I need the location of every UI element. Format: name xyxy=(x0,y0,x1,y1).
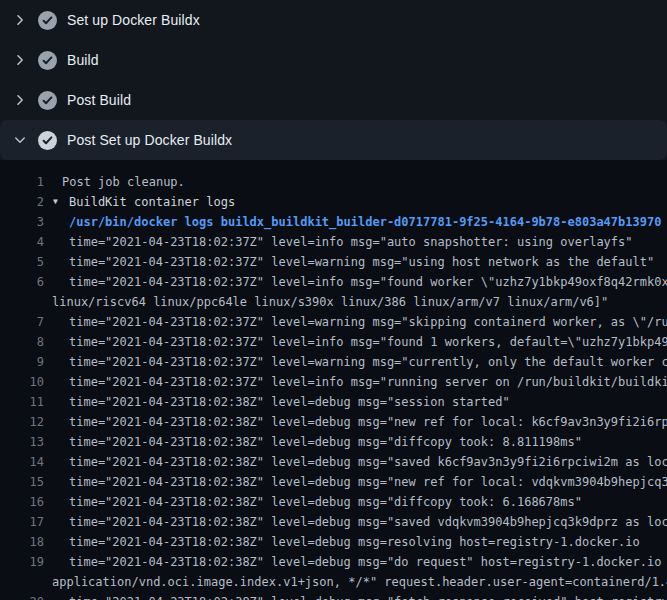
log-line: 13time="2021-04-23T18:02:38Z" level=debu… xyxy=(0,432,667,452)
log-line-text: time="2021-04-23T18:02:38Z" level=debug … xyxy=(69,532,640,552)
success-check-icon xyxy=(38,11,57,30)
log-line-text: time="2021-04-23T18:02:38Z" level=debug … xyxy=(69,472,667,492)
success-check-icon xyxy=(38,131,57,150)
log-line: 1Post job cleanup. xyxy=(0,172,667,192)
log-line: 14time="2021-04-23T18:02:38Z" level=debu… xyxy=(0,452,667,472)
log-line: 12time="2021-04-23T18:02:38Z" level=debu… xyxy=(0,412,667,432)
line-number[interactable]: 11 xyxy=(0,392,44,412)
line-number[interactable]: 17 xyxy=(0,512,44,532)
line-number[interactable]: 13 xyxy=(0,432,44,452)
log-line-text: application/vnd.oci.image.index.v1+json,… xyxy=(52,572,667,592)
log-line-text: BuildKit container logs xyxy=(69,192,235,212)
chevron-right-icon[interactable] xyxy=(12,12,28,28)
log-line-text: time="2021-04-23T18:02:37Z" level=info m… xyxy=(69,372,667,392)
line-number[interactable]: 19 xyxy=(0,552,44,572)
workflow-log-viewer: Set up Docker BuildxBuildPost BuildPost … xyxy=(0,0,667,600)
log-line: 15time="2021-04-23T18:02:38Z" level=debu… xyxy=(0,472,667,492)
chevron-right-icon[interactable] xyxy=(12,92,28,108)
line-number[interactable]: 2 xyxy=(0,192,44,212)
line-number[interactable]: 6 xyxy=(0,272,44,292)
line-number[interactable]: 8 xyxy=(0,332,44,352)
log-line: 4time="2021-04-23T18:02:37Z" level=info … xyxy=(0,232,667,252)
line-number[interactable]: 7 xyxy=(0,312,44,332)
log-line: 18time="2021-04-23T18:02:38Z" level=debu… xyxy=(0,532,667,552)
log-line-text: Post job cleanup. xyxy=(62,172,185,192)
log-line-text: time="2021-04-23T18:02:37Z" level=warnin… xyxy=(69,252,654,272)
log-wrapped-line: linux/riscv64 linux/ppc64le linux/s390x … xyxy=(0,292,667,312)
log-wrapped-line: application/vnd.oci.image.index.v1+json,… xyxy=(0,572,667,592)
step-label: Post Build xyxy=(67,92,131,108)
success-check-icon xyxy=(38,91,57,110)
line-number[interactable]: 15 xyxy=(0,472,44,492)
line-number[interactable]: 1 xyxy=(0,172,44,192)
log-line: 6time="2021-04-23T18:02:37Z" level=info … xyxy=(0,272,667,292)
log-command-line: 3/usr/bin/docker logs buildx_buildkit_bu… xyxy=(0,212,667,232)
chevron-down-icon[interactable] xyxy=(12,132,28,148)
log-console: 1Post job cleanup.2▼BuildKit container l… xyxy=(0,160,667,600)
line-number[interactable]: 5 xyxy=(0,252,44,272)
log-line-text: time="2021-04-23T18:02:37Z" level=info m… xyxy=(69,332,667,352)
log-group-header[interactable]: 2▼BuildKit container logs xyxy=(0,192,667,212)
step-header-post-build[interactable]: Post Build xyxy=(0,80,667,120)
log-line-text: time="2021-04-23T18:02:37Z" level=info m… xyxy=(69,272,667,292)
log-line-text: time="2021-04-23T18:02:37Z" level=warnin… xyxy=(69,352,667,372)
log-line-text: time="2021-04-23T18:02:38Z" level=debug … xyxy=(69,552,667,572)
log-line: 11time="2021-04-23T18:02:38Z" level=debu… xyxy=(0,392,667,412)
step-header-build[interactable]: Build xyxy=(0,40,667,80)
line-number[interactable]: 16 xyxy=(0,492,44,512)
line-number[interactable]: 4 xyxy=(0,232,44,252)
log-line: 17time="2021-04-23T18:02:38Z" level=debu… xyxy=(0,512,667,532)
log-line-text: time="2021-04-23T18:02:37Z" level=info m… xyxy=(69,232,633,252)
log-line: 9time="2021-04-23T18:02:37Z" level=warni… xyxy=(0,352,667,372)
step-label: Post Set up Docker Buildx xyxy=(67,132,232,148)
line-number xyxy=(0,572,44,592)
steps-list: Set up Docker BuildxBuildPost BuildPost … xyxy=(0,0,667,160)
log-line-text: time="2021-04-23T18:02:38Z" level=debug … xyxy=(69,512,667,532)
log-line-text: time="2021-04-23T18:02:37Z" level=warnin… xyxy=(69,312,667,332)
log-line-text: time="2021-04-23T18:02:38Z" level=debug … xyxy=(69,452,667,472)
line-number[interactable]: 9 xyxy=(0,352,44,372)
line-number[interactable]: 20 xyxy=(0,592,44,600)
log-line: 7time="2021-04-23T18:02:37Z" level=warni… xyxy=(0,312,667,332)
step-label: Build xyxy=(67,52,99,68)
log-line-text: time="2021-04-23T18:02:38Z" level=debug … xyxy=(69,412,667,432)
success-check-icon xyxy=(38,51,57,70)
line-number xyxy=(0,292,44,312)
step-header-post-set-up-docker-buildx[interactable]: Post Set up Docker Buildx xyxy=(0,120,667,160)
log-line: 10time="2021-04-23T18:02:37Z" level=info… xyxy=(0,372,667,392)
log-line-text: time="2021-04-23T18:02:38Z" level=debug … xyxy=(69,432,582,452)
step-header-set-up-docker-buildx[interactable]: Set up Docker Buildx xyxy=(0,0,667,40)
line-number[interactable]: 12 xyxy=(0,412,44,432)
log-line: 5time="2021-04-23T18:02:37Z" level=warni… xyxy=(0,252,667,272)
log-line-text: linux/riscv64 linux/ppc64le linux/s390x … xyxy=(52,292,608,312)
log-line: 19time="2021-04-23T18:02:38Z" level=debu… xyxy=(0,552,667,572)
log-line-text: time="2021-04-23T18:02:38Z" level=debug … xyxy=(69,592,667,600)
log-line-text: time="2021-04-23T18:02:38Z" level=debug … xyxy=(69,392,510,412)
line-number[interactable]: 18 xyxy=(0,532,44,552)
log-line: 8time="2021-04-23T18:02:37Z" level=info … xyxy=(0,332,667,352)
line-number[interactable]: 10 xyxy=(0,372,44,392)
step-label: Set up Docker Buildx xyxy=(67,12,200,28)
log-line: 16time="2021-04-23T18:02:38Z" level=debu… xyxy=(0,492,667,512)
log-line-text: /usr/bin/docker logs buildx_buildkit_bui… xyxy=(69,212,661,232)
line-number[interactable]: 14 xyxy=(0,452,44,472)
line-number[interactable]: 3 xyxy=(0,212,44,232)
chevron-right-icon[interactable] xyxy=(12,52,28,68)
log-line-text: time="2021-04-23T18:02:38Z" level=debug … xyxy=(69,492,582,512)
log-line: 20time="2021-04-23T18:02:38Z" level=debu… xyxy=(0,592,667,600)
group-collapse-triangle-icon[interactable]: ▼ xyxy=(53,192,69,212)
